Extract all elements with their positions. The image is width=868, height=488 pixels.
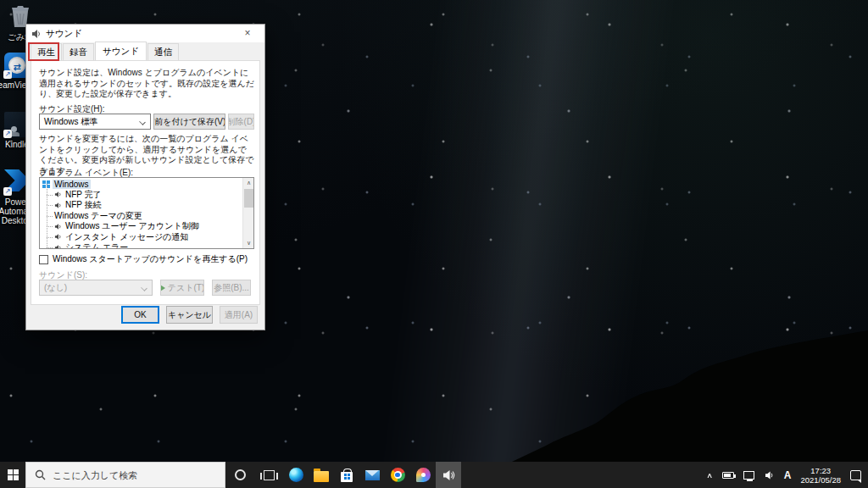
- tab-strip: 再生 録音 サウンド 通信: [26, 42, 264, 60]
- event-speaker-icon: [54, 191, 62, 198]
- event-item[interactable]: NFP 接続: [40, 200, 242, 211]
- shortcut-arrow-icon: ↗: [3, 70, 12, 79]
- taskbar-app-sound-active[interactable]: [436, 462, 461, 488]
- tab-recording[interactable]: 録音: [63, 43, 94, 60]
- program-events-list[interactable]: Windows NFP 完了 NFP 接続 Windows テーマの変更: [39, 177, 254, 249]
- scheme-row: Windows 標準 名前を付けて保存(V)... 削除(D): [39, 114, 254, 130]
- taskbar-app-store[interactable]: [334, 462, 359, 488]
- event-item[interactable]: Windows テーマの変更: [40, 211, 242, 222]
- shortcut-arrow-icon: ↗: [3, 130, 12, 138]
- taskbar-clock[interactable]: 17:23 2021/05/28: [800, 466, 841, 485]
- speaker-icon: [31, 29, 42, 39]
- startup-sound-checkbox-label: Windows スタートアップのサウンドを再生する(P): [53, 253, 248, 265]
- taskbar-app-chrome[interactable]: [385, 462, 410, 488]
- dialog-button-row: OK キャンセル 適用(A): [121, 306, 258, 324]
- edge-icon: [289, 468, 303, 482]
- tray-chevron-up-icon[interactable]: ∧: [707, 471, 714, 479]
- checkbox-unchecked[interactable]: [39, 255, 48, 264]
- taskbar: ∧ A 17:23 2021/05/28: [0, 462, 868, 488]
- event-item-windows-root[interactable]: Windows: [40, 179, 242, 190]
- task-view-icon: [264, 470, 275, 480]
- file-explorer-icon: [314, 471, 329, 482]
- scroll-up-icon[interactable]: ∧: [243, 178, 254, 188]
- save-as-button[interactable]: 名前を付けて保存(V)...: [153, 114, 225, 130]
- event-label: Windows: [53, 180, 91, 189]
- sound-scheme-value: Windows 標準: [44, 116, 97, 128]
- close-icon[interactable]: ×: [236, 25, 259, 42]
- delete-button: 削除(D): [228, 114, 254, 130]
- chevron-down-icon: [141, 285, 147, 291]
- browse-button: 参照(B)...: [212, 280, 251, 296]
- speaker-icon: [442, 469, 455, 482]
- clock-time: 17:23: [800, 466, 841, 475]
- taskbar-app-file-explorer[interactable]: [309, 462, 334, 488]
- start-button[interactable]: [0, 462, 25, 488]
- sounds-tab-page: サウンド設定は、Windows とプログラムのイベントに適用されるサウンドのセッ…: [31, 60, 260, 305]
- cancel-button[interactable]: キャンセル: [166, 306, 213, 324]
- shortcut-arrow-icon: ↗: [3, 187, 12, 196]
- tab-playback[interactable]: 再生: [31, 43, 62, 60]
- taskbar-app-mail[interactable]: [359, 462, 385, 488]
- event-label: システム エラー: [65, 241, 128, 248]
- scrollbar-thumb[interactable]: [244, 189, 253, 208]
- clock-date: 2021/05/28: [800, 475, 841, 485]
- event-speaker-icon: [54, 223, 62, 230]
- cortana-button[interactable]: [225, 462, 254, 488]
- sound-dialog: サウンド × 再生 録音 サウンド 通信 サウンド設定は、Windows とプロ…: [25, 24, 265, 330]
- scrollbar[interactable]: ∧ ∨: [242, 178, 253, 248]
- system-tray: ∧ A 17:23 2021/05/28: [700, 462, 868, 488]
- ok-button[interactable]: OK: [121, 306, 159, 324]
- event-speaker-icon: [54, 202, 62, 209]
- battery-icon[interactable]: [722, 472, 734, 479]
- mail-icon: [365, 470, 380, 480]
- tray-speaker-icon[interactable]: [764, 470, 775, 480]
- dialog-title: サウンド: [46, 28, 82, 40]
- taskbar-app-edge[interactable]: [283, 462, 309, 488]
- scheme-description: サウンド設定は、Windows とプログラムのイベントに適用されるサウンドのセッ…: [39, 68, 254, 100]
- search-input[interactable]: [53, 470, 205, 480]
- event-item[interactable]: システム エラー: [40, 242, 242, 248]
- sound-row: (なし) テスト(T) 参照(B)...: [39, 280, 254, 296]
- event-item[interactable]: Windows ユーザー アカウント制御: [40, 221, 242, 232]
- chevron-down-icon: [139, 119, 146, 125]
- action-center-icon[interactable]: [850, 470, 861, 480]
- network-icon[interactable]: [743, 471, 754, 480]
- event-item[interactable]: NFP 完了: [40, 190, 242, 201]
- test-button: テスト(T): [160, 280, 204, 296]
- event-item[interactable]: インスタント メッセージの通知: [40, 232, 242, 243]
- event-speaker-icon: [54, 233, 62, 241]
- scroll-down-icon[interactable]: ∨: [243, 238, 254, 248]
- dialog-titlebar[interactable]: サウンド ×: [26, 25, 264, 42]
- taskbar-search[interactable]: [25, 462, 225, 488]
- play-icon: [160, 285, 165, 291]
- search-icon: [35, 469, 46, 480]
- cortana-icon: [235, 469, 246, 480]
- apply-button: 適用(A): [220, 306, 258, 324]
- test-button-label: テスト(T): [168, 282, 204, 294]
- hill-silhouette: [512, 309, 868, 462]
- chrome-icon: [391, 468, 405, 482]
- event-speaker-icon: [54, 244, 62, 248]
- paint-3d-icon: [416, 468, 431, 482]
- microsoft-store-icon: [341, 472, 353, 482]
- sound-scheme-select[interactable]: Windows 標準: [39, 114, 151, 130]
- windows-start-icon: [8, 469, 19, 480]
- ime-mode-indicator[interactable]: A: [784, 469, 792, 481]
- startup-sound-checkbox-row[interactable]: Windows スタートアップのサウンドを再生する(P): [39, 253, 248, 265]
- program-events-rows: Windows NFP 完了 NFP 接続 Windows テーマの変更: [40, 178, 242, 248]
- tab-sounds[interactable]: サウンド: [95, 42, 147, 60]
- screen: ごみ箱 ⇄ ↗ TeamViewer ↗ Kindle ↗ Power Auto…: [0, 0, 868, 488]
- taskbar-app-paint3d[interactable]: [410, 462, 436, 488]
- tab-communications[interactable]: 通信: [147, 43, 179, 60]
- sound-file-select: (なし): [39, 280, 153, 296]
- task-view-button[interactable]: [254, 462, 283, 488]
- sound-file-value: (なし): [44, 282, 67, 294]
